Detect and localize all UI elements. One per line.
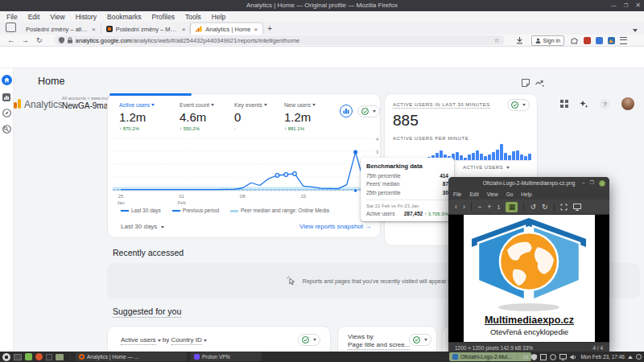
extension-icon-red[interactable]: [584, 37, 591, 44]
clock[interactable]: Mon Feb 23, 17:46: [580, 354, 625, 360]
viewer-close-button[interactable]: [599, 180, 605, 187]
menu-edit[interactable]: Edit: [28, 13, 40, 21]
show-desktop-icon[interactable]: [636, 354, 642, 360]
menu-help[interactable]: Help: [212, 13, 225, 21]
tab-analytics-home[interactable]: Analytics | Home ×: [191, 23, 262, 35]
taskbar-button-protonvpn[interactable]: Proton VPN: [191, 352, 262, 361]
extension-icon-blue[interactable]: [596, 37, 603, 44]
extensions-puzzle-icon[interactable]: [571, 37, 578, 44]
back-button[interactable]: ←: [7, 36, 14, 44]
legend-previous-period[interactable]: Previous period: [172, 208, 219, 213]
tab-posledni-zmeny-1[interactable]: Poslední změny – allmultimedi ×: [21, 23, 101, 35]
keyboard-layout-indicator[interactable]: cs: [523, 354, 529, 360]
next-image-button[interactable]: ›: [463, 203, 465, 211]
zoom-in-button[interactable]: +: [487, 203, 491, 211]
launcher-screenshot-icon[interactable]: [14, 354, 22, 360]
viewer-menu-view[interactable]: View: [487, 191, 498, 197]
menu-tools[interactable]: Tools: [185, 13, 201, 21]
card-dimension: Country ID: [171, 336, 202, 345]
menu-bookmarks[interactable]: Bookmarks: [107, 13, 142, 21]
check-circle-icon: [361, 108, 369, 115]
menu-profiles[interactable]: Profiles: [152, 13, 175, 21]
notes-icon[interactable]: [522, 79, 530, 87]
taskbar-button-firefox[interactable]: Analytics | Home — ...: [76, 352, 187, 361]
legend-last-30-days[interactable]: Last 30 days: [121, 208, 161, 213]
close-button[interactable]: ✕: [635, 0, 641, 11]
menu-history[interactable]: History: [76, 13, 97, 21]
insights-icon[interactable]: [535, 79, 544, 87]
viewer-menu-help[interactable]: Help: [521, 191, 531, 197]
viewer-minimize-button[interactable]: −: [582, 177, 585, 189]
zoom-out-button[interactable]: −: [477, 203, 481, 211]
metric-key-events[interactable]: Key events 0 -: [234, 102, 267, 131]
rotate-left-button[interactable]: ↺: [530, 203, 536, 211]
launcher-editor-icon[interactable]: [25, 353, 32, 360]
launcher-files-icon[interactable]: [56, 354, 64, 360]
url-bar[interactable]: analytics.google.com/analytics/web/#/a82…: [54, 35, 505, 45]
hamburger-menu-icon[interactable]: [620, 37, 627, 44]
normal-size-button[interactable]: 1: [497, 204, 501, 210]
tab-posledni-zmeny-2[interactable]: Poslední změny – Multimed ×: [101, 23, 192, 35]
tooltip-metric-row: Active users 287,452 ↑ 3,705.3%: [366, 211, 448, 216]
download-icon[interactable]: [516, 37, 523, 44]
sidebar-item-advertising[interactable]: [2, 125, 11, 134]
software-update-icon[interactable]: [540, 354, 547, 360]
date-range-dropdown[interactable]: Last 30 days: [121, 223, 164, 230]
fullscreen-icon[interactable]: [560, 204, 568, 211]
maximize-button[interactable]: ❐: [624, 0, 628, 11]
slideshow-icon[interactable]: [573, 204, 581, 211]
apps-grid-icon[interactable]: [560, 100, 568, 108]
firefox-view-icon[interactable]: [6, 23, 16, 32]
vpn-shield-icon[interactable]: [531, 354, 537, 360]
mint-menu-button[interactable]: [2, 353, 10, 361]
tab-close-icon[interactable]: ×: [182, 26, 186, 33]
avatar[interactable]: [621, 97, 634, 110]
viewer-canvas[interactable]: Multimediaexpo.cz Otevřená encyklopedie: [448, 215, 609, 342]
reload-button[interactable]: ↻: [36, 36, 43, 44]
realtime-caption[interactable]: ACTIVE USERS: [463, 165, 510, 170]
bluetooth-icon[interactable]: [550, 354, 556, 360]
data-quality-dropdown[interactable]: [409, 334, 431, 346]
new-tab-button[interactable]: +: [267, 24, 272, 33]
card-metric: Views by: [348, 333, 374, 340]
sidebar-item-home[interactable]: [2, 75, 12, 85]
lock-icon[interactable]: [68, 37, 72, 43]
display-icon[interactable]: [559, 354, 567, 360]
data-quality-dropdown[interactable]: [357, 105, 380, 117]
launcher-terminal-icon[interactable]: [46, 354, 52, 360]
launcher-browser-icon[interactable]: [35, 353, 43, 360]
rotate-right-button[interactable]: ↻: [542, 203, 548, 211]
extension-icon-image[interactable]: [608, 37, 615, 44]
metric-event-count[interactable]: Event count 4.6m ↑ 550.2%: [180, 102, 214, 131]
menu-view[interactable]: View: [50, 13, 64, 21]
shield-icon[interactable]: [59, 37, 64, 43]
data-quality-dropdown[interactable]: [298, 334, 320, 346]
viewer-menu-edit[interactable]: Edit: [469, 191, 478, 197]
viewer-maximize-button[interactable]: ❐: [590, 177, 594, 189]
benchmarking-button[interactable]: [340, 105, 353, 117]
sidebar-item-reports[interactable]: [2, 93, 11, 101]
help-icon[interactable]: ?: [600, 99, 610, 109]
metric-new-users[interactable]: New users 1.2m ↑ 881.1%: [284, 102, 316, 131]
data-quality-dropdown[interactable]: [507, 99, 530, 111]
metric-active-users[interactable]: Active users 1.2m ↑ 870.2%: [119, 102, 155, 131]
viewer-menu-file[interactable]: File: [453, 191, 461, 197]
volume-icon[interactable]: [570, 354, 577, 360]
previous-image-button[interactable]: ‹: [455, 203, 457, 211]
menu-file[interactable]: File: [6, 13, 18, 21]
tab-close-icon[interactable]: ×: [92, 26, 96, 33]
tab-close-icon[interactable]: ×: [254, 26, 258, 33]
view-reports-snapshot-link[interactable]: View reports snapshot →: [299, 223, 371, 230]
sidebar-item-explore[interactable]: [2, 109, 11, 117]
sign-in-button[interactable]: Sign in: [531, 35, 564, 46]
minimize-button[interactable]: —: [611, 0, 617, 11]
viewer-menu-go[interactable]: Go: [506, 191, 514, 197]
list-tabs-chevron-icon[interactable]: [633, 29, 638, 32]
legend-peer-median[interactable]: Peer median and range: Online Media: [230, 208, 329, 213]
viewer-titlebar[interactable]: Oficialni-Logo-2-Multimediaexpo-cz.png −…: [448, 177, 609, 189]
gemini-sparkle-icon[interactable]: [580, 100, 588, 109]
forward-button[interactable]: →: [22, 36, 29, 44]
best-fit-button[interactable]: ▦: [506, 202, 518, 212]
show-hidden-icons-arrow[interactable]: [628, 356, 633, 359]
bookmark-star-icon[interactable]: ☆: [493, 37, 499, 44]
